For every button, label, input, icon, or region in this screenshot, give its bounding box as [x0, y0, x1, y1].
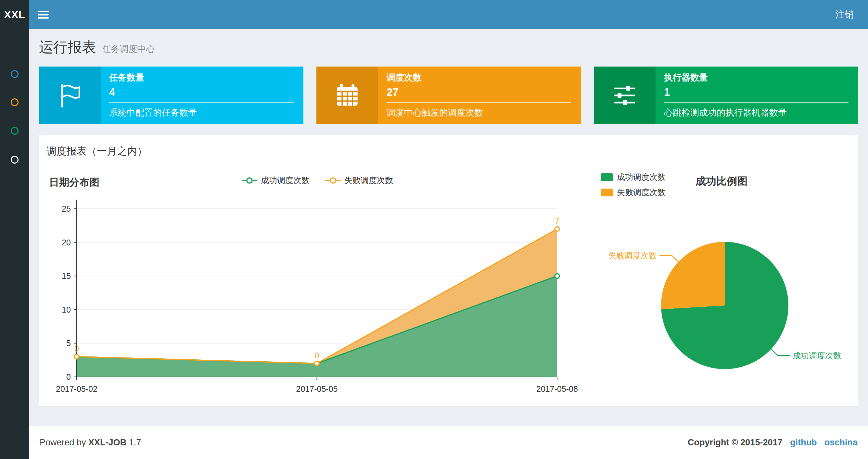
svg-text:0: 0 — [66, 372, 71, 382]
pie-chart-title: 成功比例图 — [695, 174, 747, 189]
pie-chart-canvas[interactable]: 成功调度次数失败调度次数 — [598, 197, 858, 398]
line-chart-canvas[interactable]: 05101520252017-05-022017-05-052017-05-08… — [46, 191, 592, 405]
sidebar-item-1[interactable] — [11, 70, 19, 78]
stat-divider — [386, 102, 571, 103]
panel-title: 调度报表（一月之内） — [39, 135, 858, 158]
product-version: 1.7 — [129, 437, 141, 447]
stat-box-executors: 执行器数量 1 心跳检测成功的执行器机器数量 — [594, 67, 858, 124]
stat-box-body: 调度次数 27 调度中心触发的调度次数 — [378, 67, 581, 124]
stat-description: 心跳检测成功的执行器机器数量 — [664, 107, 848, 119]
line-legend-item[interactable]: 成功调度次数 — [241, 175, 310, 186]
hamburger-icon — [38, 10, 49, 19]
powered-by-text: Powered by — [40, 437, 86, 447]
svg-text:0: 0 — [315, 351, 319, 360]
github-link[interactable]: github — [790, 437, 817, 447]
footer-copyright: Copyright © 2015-2017 github oschina — [688, 437, 858, 448]
product-name: XXL-JOB — [88, 437, 126, 447]
stat-divider — [109, 102, 294, 103]
legend-line-icon — [241, 176, 258, 185]
legend-swatch — [601, 173, 613, 181]
app-logo[interactable]: XXL — [0, 0, 29, 29]
pie-legend-item[interactable]: 成功调度次数 — [601, 172, 665, 183]
logout-link[interactable]: 注销 — [821, 0, 868, 29]
success-ratio-chart: 成功调度次数失败调度次数 成功比例图 成功调度次数失败调度次数 — [598, 171, 858, 403]
date-distribution-chart: 日期分布图 成功调度次数失败调度次数 05101520252017-05-022… — [46, 171, 598, 403]
legend-line-icon — [324, 176, 341, 185]
page-header: 运行报表 任务调度中心 — [29, 29, 868, 57]
svg-text:7: 7 — [555, 216, 559, 225]
stat-boxes-row: 任务数量 4 系统中配置的任务数量 — [29, 57, 868, 124]
svg-text:5: 5 — [66, 338, 71, 348]
copyright-text: Copyright © 2015-2017 — [688, 437, 782, 447]
stat-description: 系统中配置的任务数量 — [109, 107, 294, 119]
legend-swatch — [601, 189, 613, 196]
stat-title: 执行器数量 — [664, 72, 848, 84]
line-legend-item[interactable]: 失败调度次数 — [324, 175, 393, 186]
page-subtitle: 任务调度中心 — [102, 44, 155, 54]
top-navbar: XXL 注销 — [0, 0, 868, 29]
footer-powered-by: Powered by XXL-JOB 1.7 — [40, 437, 141, 448]
report-panel: 调度报表（一月之内） 日期分布图 成功调度次数失败调度次数 0510152025… — [39, 135, 858, 407]
svg-text:2017-05-08: 2017-05-08 — [536, 384, 578, 393]
svg-text:15: 15 — [62, 271, 71, 281]
svg-text:0: 0 — [74, 344, 79, 353]
page-footer: Powered by XXL-JOB 1.7 Copyright © 2015-… — [29, 426, 868, 459]
sliders-icon — [594, 67, 655, 124]
svg-text:失败调度次数: 失败调度次数 — [608, 251, 657, 260]
svg-text:10: 10 — [62, 305, 71, 314]
stat-title: 任务数量 — [109, 72, 294, 84]
stat-box-jobs: 任务数量 4 系统中配置的任务数量 — [39, 67, 303, 124]
oschina-link[interactable]: oschina — [825, 437, 858, 447]
stat-box-body: 执行器数量 1 心跳检测成功的执行器机器数量 — [655, 67, 858, 124]
svg-text:2017-05-02: 2017-05-02 — [56, 384, 97, 393]
svg-text:25: 25 — [62, 204, 71, 213]
stat-box-triggers: 调度次数 27 调度中心触发的调度次数 — [316, 67, 581, 124]
line-chart-legend: 成功调度次数失败调度次数 — [241, 175, 393, 186]
stat-value: 1 — [664, 86, 848, 98]
page-title: 运行报表 — [39, 39, 96, 55]
svg-text:成功调度次数: 成功调度次数 — [793, 351, 841, 360]
stat-title: 调度次数 — [386, 72, 571, 84]
stat-value: 27 — [386, 86, 571, 98]
sidebar-item-2[interactable] — [11, 98, 19, 106]
content-area: 运行报表 任务调度中心 任务数量 4 系统中配置的任务数量 — [29, 29, 868, 426]
sidebar-toggle-button[interactable] — [29, 0, 57, 29]
calendar-icon — [316, 67, 378, 124]
stat-value: 4 — [109, 86, 294, 98]
flag-icon — [39, 67, 101, 124]
stat-box-body: 任务数量 4 系统中配置的任务数量 — [101, 67, 303, 124]
sidebar-item-3[interactable] — [11, 127, 19, 135]
pie-legend-item[interactable]: 失败调度次数 — [601, 187, 665, 198]
svg-text:2017-05-05: 2017-05-05 — [296, 384, 338, 393]
line-chart-title: 日期分布图 — [49, 175, 99, 189]
sidebar — [0, 29, 29, 459]
stat-divider — [664, 102, 848, 103]
svg-text:20: 20 — [62, 238, 71, 247]
sidebar-item-4[interactable] — [11, 156, 19, 164]
stat-description: 调度中心触发的调度次数 — [386, 107, 571, 119]
